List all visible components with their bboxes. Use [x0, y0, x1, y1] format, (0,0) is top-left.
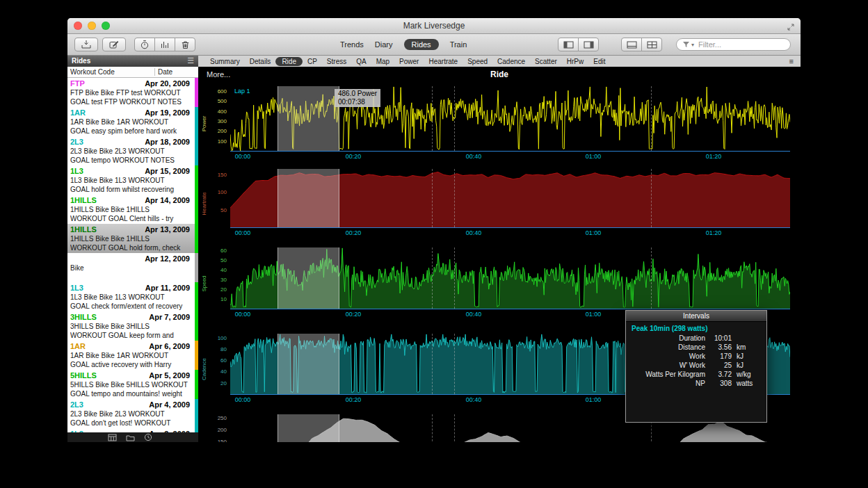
close-button[interactable]: [74, 22, 82, 30]
x-tick: 00:20: [346, 311, 362, 318]
tab-qa[interactable]: QA: [351, 58, 371, 65]
ride-row[interactable]: 1HILLSApr 14, 20091HILLS Bike Bike 1HILL…: [67, 195, 198, 224]
delete-button[interactable]: [175, 38, 195, 51]
nav-trends[interactable]: Trends: [340, 40, 364, 49]
ride-desc: 1AR Bike Bike 1AR WORKOUT: [70, 117, 191, 127]
download-icon: [81, 40, 92, 49]
ride-desc: WORKOUT GOAL keep form and: [70, 331, 191, 340]
tab-scatter[interactable]: Scatter: [530, 58, 562, 65]
interval-marker: [454, 247, 455, 309]
tiled-view-button[interactable]: [641, 38, 662, 51]
x-tick: 00:20: [346, 396, 362, 403]
save-button[interactable]: [74, 38, 98, 51]
interval-stat-label: W' Work: [632, 361, 705, 370]
sidebar-column-header[interactable]: Workout Code Date: [67, 67, 198, 78]
axis-name-speed: Speed: [201, 275, 207, 291]
tab-cp[interactable]: CP: [303, 58, 322, 65]
history-view-button[interactable]: [144, 432, 152, 442]
nav-rides[interactable]: Rides: [404, 39, 439, 50]
tab-edit[interactable]: Edit: [588, 58, 610, 65]
plot-area[interactable]: Lap 1486.0 Power00:07:38: [230, 86, 790, 152]
tab-heartrate[interactable]: Heartrate: [424, 58, 463, 65]
intervals-button[interactable]: [154, 38, 175, 51]
ride-row[interactable]: 1L3Apr 11, 20091L3 Bike Bike 1L3 WORKOUT…: [67, 282, 198, 311]
window-titlebar[interactable]: Mark Liversedge: [67, 18, 801, 34]
tab-details[interactable]: Details: [245, 58, 276, 65]
tab-cadence[interactable]: Cadence: [492, 58, 530, 65]
axis-name-cadence: Cadence: [201, 358, 207, 380]
plot-area[interactable]: [230, 247, 790, 309]
ride-row[interactable]: 3HILLSApr 7, 20093HILLS Bike Bike 3HILLS…: [67, 311, 198, 341]
ride-row-line1: 3HILLSApr 7, 2009: [70, 312, 191, 322]
ride-date: Apr 15, 2009: [145, 166, 190, 176]
tab-speed[interactable]: Speed: [463, 58, 492, 65]
sidebar-menu-icon[interactable]: ☰: [187, 56, 194, 65]
interval-stat-row: Duration10:01: [632, 334, 761, 343]
tab-map[interactable]: Map: [371, 58, 394, 65]
ride-date: Apr 5, 2009: [149, 371, 190, 380]
ride-row[interactable]: 1HILLSApr 13, 20091HILLS Bike Bike 1HILL…: [67, 224, 198, 253]
y-tick: 100: [208, 138, 227, 145]
ride-desc: GOAL don't get lost! WORKOUT: [70, 418, 191, 428]
ride-row[interactable]: 5HILLSApr 5, 20095HILLS Bike Bike 5HILLS…: [67, 370, 198, 399]
ride-row[interactable]: 2L3Apr 18, 20092L3 Bike Bike 2L3 WORKOUT…: [67, 136, 198, 165]
tab-stress[interactable]: Stress: [322, 58, 351, 65]
filter-input[interactable]: [697, 40, 782, 49]
intervals-popup-titlebar[interactable]: Intervals: [626, 311, 766, 322]
app-window: Mark Liversedge TrendsDiaryRidesTrain: [67, 18, 801, 442]
show-secondary-sidebar-button[interactable]: [578, 38, 599, 51]
ride-code: FTP: [70, 79, 85, 88]
tab-ride[interactable]: Ride: [275, 57, 303, 66]
ride-date: Apr 14, 2009: [145, 195, 190, 205]
interval-marker: [651, 86, 652, 151]
chart-page-title: Ride: [490, 70, 508, 79]
ride-row[interactable]: 2L3Apr 4, 20092L3 Bike Bike 2L3 WORKOUTG…: [67, 399, 198, 428]
x-tick: 01:00: [586, 229, 602, 236]
interval-stat-unit: kJ: [737, 352, 744, 361]
fullscreen-icon[interactable]: [787, 22, 795, 34]
zoom-button[interactable]: [102, 22, 110, 30]
ride-row-line1: 1HILLSApr 14, 2009: [70, 195, 191, 205]
y-tick: 300: [208, 118, 227, 124]
y-tick: 50: [208, 257, 227, 263]
y-tick: 40: [208, 267, 227, 273]
more-link[interactable]: More...: [207, 70, 230, 79]
minimize-button[interactable]: [88, 22, 96, 30]
ride-row[interactable]: 1L3Apr 3, 2009: [67, 428, 198, 432]
ride-row[interactable]: 1ARApr 19, 20091AR Bike Bike 1AR WORKOUT…: [67, 107, 198, 136]
ride-row[interactable]: FTPApr 20, 2009FTP Bike Bike FTP test WO…: [67, 78, 198, 107]
interval-stat-row: Work179kJ: [632, 352, 761, 361]
interval-stat-unit: kJ: [737, 361, 744, 370]
ride-row[interactable]: Apr 12, 2009Bike: [67, 253, 198, 282]
plot-area[interactable]: [230, 169, 790, 228]
tab-hrpw[interactable]: HrPw: [562, 58, 588, 65]
column-workout-code[interactable]: Workout Code: [67, 68, 154, 76]
ride-desc: GOAL tempo and mountains! weight: [70, 389, 191, 398]
ride-list[interactable]: FTPApr 20, 2009FTP Bike Bike FTP test WO…: [67, 78, 198, 432]
edit-metadata-button[interactable]: [102, 38, 126, 51]
tab-summary[interactable]: Summary: [205, 58, 245, 65]
x-tick: 01:00: [586, 153, 602, 160]
interval-stat-label: NP: [632, 379, 705, 388]
stopwatch-button[interactable]: [134, 38, 155, 51]
clock-icon: [144, 433, 152, 441]
ride-row[interactable]: 1ARApr 6, 20091AR Bike Bike 1AR WORKOUTG…: [67, 341, 198, 370]
column-date[interactable]: Date: [154, 68, 198, 76]
filter-field[interactable]: ▾: [676, 38, 791, 51]
ride-row[interactable]: 1L3Apr 15, 20091L3 Bike Bike 1L3 WORKOUT…: [67, 165, 198, 195]
calendar-view-button[interactable]: [108, 432, 117, 442]
single-view-button[interactable]: [621, 38, 642, 51]
interval-marker: [432, 414, 433, 442]
tab-power[interactable]: Power: [394, 58, 424, 65]
y-tick: 250: [208, 415, 227, 421]
ride-code: 1L3: [70, 283, 83, 293]
show-sidebar-button[interactable]: [558, 38, 579, 51]
interval-stat-row: W' Work25kJ: [632, 361, 761, 370]
nav-train[interactable]: Train: [450, 40, 467, 49]
tabbar-menu-icon[interactable]: ≡: [789, 57, 794, 65]
folder-view-button[interactable]: [126, 432, 135, 442]
nav-diary[interactable]: Diary: [375, 40, 393, 49]
intervals-popup[interactable]: Intervals Peak 10min (298 watts) Duratio…: [625, 310, 767, 423]
ride-code: 5HILLS: [70, 371, 97, 380]
x-tick: 00:40: [466, 229, 482, 236]
